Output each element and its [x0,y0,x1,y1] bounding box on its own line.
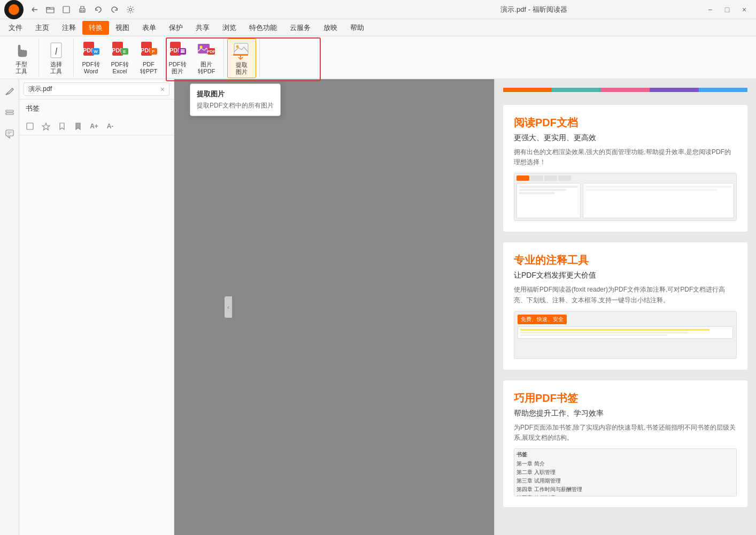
back-btn[interactable] [28,3,41,16]
menu-present[interactable]: 放映 [317,21,344,35]
menu-features[interactable]: 特色功能 [243,21,283,35]
menu-protect[interactable]: 保护 [163,21,189,35]
menu-convert[interactable]: 转换 [82,21,109,35]
sidebar-tab-close[interactable]: × [160,85,165,94]
feature-read-subtitle: 更强大、更实用、更高效 [514,133,737,143]
tooltip: 提取图片 提取PDF文档中的所有图片 [190,83,281,116]
menu-help[interactable]: 帮助 [344,21,371,35]
pdf-to-word-label: PDF转Word [82,61,100,75]
ribbon: 手型工具 I 选择工具 [0,36,756,79]
ribbon-group-hand-items: 手型工具 [7,39,35,77]
strip-purple [650,88,698,92]
hand-tool-icon [12,41,31,60]
ribbon-group-convert: PDF W PDF转Word PDF E [74,39,224,77]
sidebar-tool-3[interactable] [56,120,68,133]
hand-tool-label: 手型工具 [16,61,27,75]
menu-view[interactable]: 视图 [109,21,136,35]
pdf-to-excel-icon: PDF E [110,41,129,60]
img-to-pdf-label: 图片转PDF [198,61,215,75]
comments-btn[interactable] [2,126,17,141]
color-strips [503,88,747,92]
main-layout: 演示.pdf × 书签 A+ A- [0,79,756,535]
close-btn[interactable]: × [737,3,752,16]
feature-bookmark-desc: 为PDF页面添加书签,除了实现内容的快速导航,书签还能指明不同书签的层级关系,展… [514,423,737,443]
collapse-right-panel-btn[interactable]: ‹ [225,296,232,318]
img-to-pdf-btn[interactable]: PDF 图片转PDF [192,39,220,77]
pdf-to-ppt-icon: PDF P [139,41,158,60]
sidebar-tool-4[interactable] [72,120,84,133]
menu-cloud[interactable]: 云服务 [283,21,317,35]
hand-tool-btn[interactable]: 手型工具 [7,39,35,77]
window-title: 演示.pdf - 福昕阅读器 [365,5,703,14]
sidebar-tool-a-minus[interactable]: A- [104,120,117,133]
pdf-to-ppt-btn[interactable]: PDF P PDF转PPT [135,39,163,77]
menu-form[interactable]: 表单 [136,21,163,35]
sidebar-file-name: 演示.pdf [28,85,52,94]
menu-file[interactable]: 文件 [2,21,29,35]
print-btn[interactable] [76,3,89,16]
svg-text:P: P [152,49,155,54]
bookmark-item-2[interactable]: 第二章 入职管理 [516,468,734,477]
sidebar-tab-bar: 演示.pdf × [19,79,174,100]
bookmark-item-5[interactable]: 第五章 休假制度 [516,494,734,496]
feature-annotation-desc: 使用福昕PDF阅读器(foxit reader)为PDF文件添加注释,可对PDF… [514,285,737,305]
svg-text:E: E [123,49,126,54]
svg-text:W: W [94,49,98,54]
logo-inner [9,4,19,15]
title-bar-tools [28,3,365,16]
window-btn[interactable] [60,3,73,16]
strip-teal [552,88,600,92]
feature-read-title: 阅读PDF文档 [514,116,737,130]
extract-img-btn[interactable]: 提取图片 [227,39,256,78]
sidebar: 演示.pdf × 书签 A+ A- [19,79,174,535]
menu-browse[interactable]: 浏览 [216,21,243,35]
bookmark-item-1[interactable]: 第一章 简介 [516,460,734,468]
settings-btn[interactable] [124,3,137,16]
sidebar-file-tab[interactable]: 演示.pdf × [24,82,169,96]
feature-card-bookmark: 巧用PDF书签 帮助您提升工作、学习效率 为PDF页面添加书签,除了实现内容的快… [503,380,747,507]
menu-share[interactable]: 共享 [189,21,216,35]
maximize-btn[interactable]: □ [720,3,735,16]
ribbon-group-select: I 选择工具 [39,39,74,77]
ribbon-group-select-items: I 选择工具 [42,39,70,77]
folder-btn[interactable] [44,3,57,16]
annotation-badge: 免费、快速、安全 [518,315,567,324]
feature-bookmark-screenshot: 书签 第一章 简介 第二章 入职管理 第三章 试用期管理 第四章 工作时间与薪酬… [514,448,737,496]
svg-rect-30 [6,110,13,112]
menu-annotate[interactable]: 注释 [56,21,82,35]
ribbon-group-extract: 提取图片 [224,39,260,77]
strip-blue [699,88,747,92]
pdf-to-ppt-label: PDF转PPT [140,61,157,75]
pen-tool-btn[interactable] [2,83,17,98]
minimize-btn[interactable]: − [703,3,718,16]
svg-text:I: I [55,46,57,57]
bookmark-item-4[interactable]: 第四章 工作时间与薪酬管理 [516,485,734,494]
svg-rect-1 [63,6,70,13]
ribbon-group-convert-items: PDF W PDF转Word PDF E [77,39,220,77]
layers-btn[interactable] [2,105,17,120]
svg-rect-35 [27,123,33,129]
svg-rect-31 [6,113,13,114]
sidebar-tool-a-plus[interactable]: A+ [88,120,101,133]
select-tool-btn[interactable]: I 选择工具 [42,39,70,77]
undo-btn[interactable] [92,3,105,16]
pdf-to-img-btn[interactable]: PDF 🖼 PDF转图片 [164,39,191,77]
svg-point-4 [129,8,132,11]
menu-home[interactable]: 主页 [29,21,56,35]
strip-orange [503,88,552,92]
svg-rect-3 [81,10,84,12]
left-panel [0,79,19,535]
sidebar-section-title: 书签 [19,100,174,118]
pdf-to-img-icon: PDF 🖼 [168,41,187,60]
bookmark-item-3[interactable]: 第三章 试用期管理 [516,477,734,485]
pdf-to-excel-btn[interactable]: PDF E PDF转Excel [106,39,134,77]
tooltip-title: 提取图片 [197,89,274,99]
pdf-to-word-btn[interactable]: PDF W PDF转Word [77,39,105,77]
redo-btn[interactable] [108,3,121,16]
feature-bookmark-subtitle: 帮助您提升工作、学习效率 [514,409,737,418]
sidebar-tool-2[interactable] [40,120,52,133]
sidebar-tool-1[interactable] [24,120,36,133]
feature-read-desc: 拥有出色的文档渲染效果,强大的页面管理功能,帮助提升效率,是您阅读PDF的理想选… [514,147,737,167]
window-controls: − □ × [703,3,752,16]
strip-pink [601,88,650,92]
